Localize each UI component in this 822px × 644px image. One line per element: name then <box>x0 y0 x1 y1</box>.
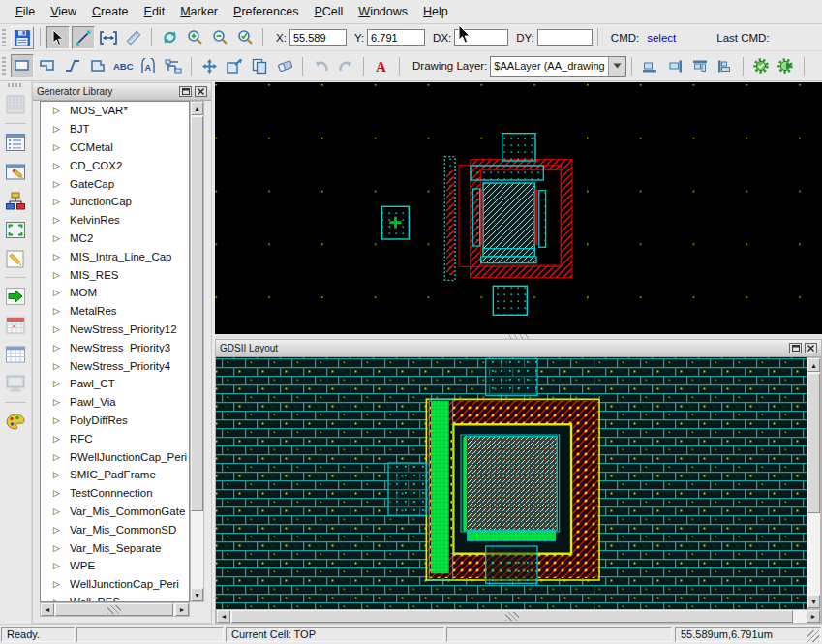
scroll-left-button[interactable]: ◄ <box>41 603 54 616</box>
gds-shape-left-port[interactable] <box>388 463 426 515</box>
expander-icon[interactable]: ▷ <box>53 379 65 388</box>
edit-cell-button[interactable] <box>3 159 28 184</box>
stretch-edit-button[interactable] <box>223 54 246 77</box>
scroll-up-button[interactable]: ▲ <box>807 358 820 372</box>
align-top-button[interactable] <box>688 54 712 77</box>
expander-icon[interactable]: ▷ <box>53 397 65 407</box>
layout-shape-top-contact[interactable] <box>502 134 535 161</box>
list-item[interactable]: ▷RWellJunctionCap_Peri <box>41 447 189 466</box>
layout-shape-bottom-strip2[interactable] <box>481 257 536 263</box>
expander-icon[interactable]: ▷ <box>53 434 65 444</box>
list-item[interactable]: ▷JunctionCap <box>41 193 189 211</box>
menu-edit[interactable]: Edit <box>137 3 173 20</box>
generator-library-list[interactable]: ▷MOS_VAR*▷BJT▷CCMetal▷CD_COX2▷GateCap▷Ju… <box>40 101 190 602</box>
list-item[interactable]: ▷Var_Mis_CommonGate <box>41 503 189 521</box>
list-item[interactable]: ▷WellJunctionCap_Peri <box>41 575 189 594</box>
zoom-out-button[interactable] <box>208 26 231 49</box>
scroll-down-button[interactable]: ▼ <box>191 588 203 601</box>
label-tool-button[interactable]: A <box>137 54 160 77</box>
delete-button[interactable] <box>273 54 296 77</box>
layout-shape-bottom-strip1[interactable] <box>483 249 534 257</box>
polygon-tool-button[interactable] <box>36 54 59 77</box>
list-item[interactable]: ▷NewStress_Priority12 <box>41 321 189 339</box>
expander-icon[interactable]: ▷ <box>53 288 65 297</box>
expander-icon[interactable]: ▷ <box>53 579 65 589</box>
list-item[interactable]: ▷KelvinRes <box>41 211 189 230</box>
gds-shape-center-plate[interactable] <box>465 437 557 531</box>
gds-shape-top-port[interactable] <box>486 358 537 395</box>
toolbar-drag-handle[interactable] <box>2 57 6 75</box>
float-panel-button[interactable] <box>789 343 802 353</box>
gds-shape-green-vbar[interactable] <box>431 401 449 573</box>
display-monitor-button[interactable] <box>3 371 28 396</box>
move-tool-button[interactable] <box>198 54 221 77</box>
drawing-layer-combo[interactable]: $AALayer (AA_drawing <box>490 56 626 77</box>
layout-shape-bottom-contact[interactable] <box>493 286 527 315</box>
list-item[interactable]: ▷WPE <box>41 557 189 575</box>
layout-shape-red-bar-right[interactable] <box>535 189 538 245</box>
zoom-in-button[interactable] <box>183 26 206 49</box>
menu-view[interactable]: View <box>43 3 84 20</box>
scrollbar-thumb[interactable] <box>807 373 820 513</box>
list-item[interactable]: ▷MetalRes <box>41 302 189 321</box>
expander-icon[interactable]: ▷ <box>53 452 65 462</box>
ruler-line-tool-button[interactable] <box>72 26 95 49</box>
expander-icon[interactable]: ▷ <box>53 488 65 498</box>
gdsii-horizontal-scrollbar[interactable]: ◄ ► <box>216 609 821 624</box>
zoom-select-button[interactable] <box>233 26 257 49</box>
expander-icon[interactable]: ▷ <box>53 252 65 261</box>
align-left-button[interactable] <box>714 54 737 77</box>
list-item[interactable]: ▷MOM <box>41 284 189 302</box>
resize-grip[interactable] <box>807 630 819 642</box>
copy-button[interactable] <box>248 54 271 77</box>
library-vertical-scrollbar[interactable]: ▲ ▼ <box>190 101 204 602</box>
menu-pcell[interactable]: PCell <box>306 3 350 20</box>
hierarchy-button[interactable] <box>3 188 28 213</box>
close-panel-button[interactable] <box>195 86 207 97</box>
align-bottom-button[interactable] <box>638 54 661 77</box>
refresh-button[interactable] <box>158 26 181 49</box>
list-item[interactable]: ▷Pawl_Via <box>41 393 189 412</box>
gds-shape-green-strip[interactable] <box>463 437 467 531</box>
list-view-button[interactable] <box>3 130 28 155</box>
stretch-tool-button[interactable] <box>97 26 120 49</box>
gds-shape-bottom-port[interactable] <box>486 546 537 583</box>
text-tool-button[interactable]: ABC <box>111 54 135 77</box>
expander-icon[interactable]: ▷ <box>53 525 65 535</box>
menu-help[interactable]: Help <box>415 3 456 20</box>
cmd-value[interactable]: select <box>647 32 676 44</box>
calendar-grid-button[interactable] <box>3 313 28 338</box>
gdsii-canvas[interactable] <box>216 357 807 609</box>
menu-marker[interactable]: Marker <box>172 3 226 20</box>
expander-icon[interactable]: ▷ <box>53 415 65 425</box>
list-item[interactable]: ▷MC2 <box>41 230 189 248</box>
expander-icon[interactable]: ▷ <box>53 142 65 152</box>
save-button[interactable] <box>11 26 34 49</box>
scroll-right-button[interactable]: ► <box>175 603 189 616</box>
expander-icon[interactable]: ▷ <box>53 561 65 570</box>
color-palette-button[interactable] <box>3 409 28 434</box>
scrollbar-thumb[interactable] <box>191 116 203 511</box>
list-item[interactable]: ▷NewStress_Priority3 <box>41 338 189 356</box>
list-item[interactable]: ▷GateCap <box>41 174 189 193</box>
dy-input[interactable] <box>537 29 593 46</box>
list-item[interactable]: ▷CCMetal <box>41 138 189 157</box>
expander-icon[interactable]: ▷ <box>53 179 65 189</box>
list-item[interactable]: ▷MOS_VAR* <box>41 102 189 120</box>
list-item[interactable]: ▷Well_RES <box>41 594 189 602</box>
scroll-right-button[interactable]: ► <box>807 610 820 623</box>
x-coordinate-input[interactable] <box>289 29 347 46</box>
menu-file[interactable]: File <box>8 3 43 20</box>
measure-tool-button[interactable] <box>122 26 145 49</box>
toolbar-drag-handle[interactable] <box>2 29 6 46</box>
expander-icon[interactable]: ▷ <box>53 197 65 206</box>
scroll-left-button[interactable]: ◄ <box>217 610 230 623</box>
list-item[interactable]: ▷PolyDiffRes <box>41 412 189 430</box>
polygon90-tool-button[interactable] <box>86 54 109 77</box>
expander-icon[interactable]: ▷ <box>53 470 65 479</box>
expander-icon[interactable]: ▷ <box>53 543 65 553</box>
library-browser-button[interactable] <box>3 92 28 117</box>
expander-icon[interactable]: ▷ <box>53 270 65 280</box>
scroll-down-button[interactable]: ▼ <box>807 595 820 608</box>
expander-icon[interactable]: ▷ <box>53 361 65 371</box>
